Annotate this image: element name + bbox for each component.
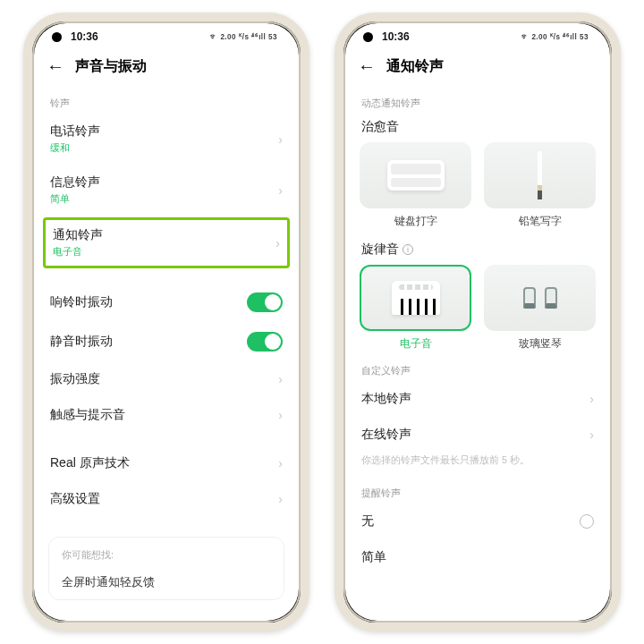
status-time: 10:36 — [382, 30, 410, 43]
info-icon[interactable]: i — [402, 244, 413, 255]
tile-pencil-writing[interactable]: 铅笔写字 — [484, 142, 596, 229]
status-bar: 10:36 ᯤ 2.00 ᴷ/s ⁴⁶ıll 53 — [345, 23, 610, 50]
tile-glass-harp[interactable]: 玻璃竖琴 — [484, 265, 596, 352]
row-simple[interactable]: 简单 — [360, 539, 596, 565]
status-time: 10:36 — [71, 30, 98, 43]
row-real-sound[interactable]: Real 原声技术 › — [48, 445, 284, 481]
header: ← 通知铃声 — [345, 50, 610, 84]
status-icons: ᯤ 2.00 ᴷ/s ⁴⁶ıll 53 — [521, 32, 589, 41]
toggle-on-icon[interactable] — [247, 292, 283, 312]
section-dynamic: 动态通知铃声 — [361, 97, 594, 110]
suggestions-title: 你可能想找: — [62, 548, 271, 562]
row-sms-ringtone[interactable]: 信息铃声 简单 › — [48, 165, 284, 216]
suggestion-item[interactable]: 全屏时通知轻反馈 — [62, 571, 271, 599]
punch-hole-camera — [363, 32, 373, 42]
status-bar: 10:36 ᯤ 2.00 ᴷ/s ⁴⁶ıll 53 — [34, 23, 299, 50]
category-healing: 治愈音 — [360, 114, 596, 137]
tile-electronic[interactable]: 电子音 — [360, 265, 471, 352]
chevron-right-icon: › — [589, 428, 594, 442]
chevron-right-icon: › — [278, 492, 283, 506]
page-title: 声音与振动 — [75, 57, 147, 76]
chevron-right-icon: › — [278, 183, 283, 198]
chevron-right-icon: › — [278, 372, 283, 386]
section-custom: 自定义铃声 — [361, 364, 594, 377]
header: ← 声音与振动 — [34, 50, 299, 84]
punch-hole-camera — [52, 32, 62, 42]
pencil-icon — [538, 151, 542, 199]
radio-unchecked-icon[interactable] — [580, 514, 594, 529]
chevron-right-icon: › — [278, 132, 283, 147]
row-local-ringtone[interactable]: 本地铃声 › — [360, 381, 596, 417]
glass-harp-icon — [523, 287, 557, 309]
synth-icon — [392, 281, 440, 315]
row-vibrate-on-mute[interactable]: 静音时振动 — [48, 322, 284, 361]
chevron-right-icon: › — [278, 408, 283, 422]
chevron-right-icon: › — [589, 392, 594, 406]
chevron-right-icon: › — [278, 456, 283, 470]
row-haptics-sounds[interactable]: 触感与提示音 › — [48, 397, 284, 433]
row-call-ringtone[interactable]: 电话铃声 缓和 › — [48, 114, 284, 165]
file-length-note: 你选择的铃声文件最长只播放前 5 秒。 — [360, 453, 596, 474]
section-ringtones: 铃声 — [50, 97, 283, 110]
toggle-on-icon[interactable] — [247, 332, 283, 352]
row-vibration-strength[interactable]: 振动强度 › — [48, 361, 284, 397]
chevron-right-icon: › — [275, 236, 280, 250]
back-icon[interactable]: ← — [47, 55, 70, 77]
tile-keyboard-typing[interactable]: 键盘打字 — [360, 142, 471, 229]
back-icon[interactable]: ← — [358, 55, 381, 77]
row-advanced-settings[interactable]: 高级设置 › — [48, 481, 284, 517]
suggestions-box: 你可能想找: 全屏时通知轻反馈 — [48, 537, 284, 600]
phone-frame-right: 10:36 ᯤ 2.00 ᴷ/s ⁴⁶ıll 53 ← 通知铃声 动态通知铃声 … — [335, 13, 621, 631]
section-wake: 提醒铃声 — [361, 487, 594, 500]
category-melody: 旋律音i — [360, 234, 596, 259]
row-notification-ringtone[interactable]: 通知铃声 电子音 › — [43, 217, 290, 268]
keyboard-icon — [387, 160, 445, 191]
phone-frame-left: 10:36 ᯤ 2.00 ᴷ/s ⁴⁶ıll 53 ← 声音与振动 铃声 电话铃… — [23, 13, 309, 631]
row-online-ringtone[interactable]: 在线铃声 › — [360, 417, 596, 453]
page-title: 通知铃声 — [386, 57, 444, 76]
row-vibrate-on-ring[interactable]: 响铃时振动 — [48, 283, 284, 322]
status-icons: ᯤ 2.00 ᴷ/s ⁴⁶ıll 53 — [210, 32, 277, 41]
row-none[interactable]: 无 — [360, 504, 596, 539]
